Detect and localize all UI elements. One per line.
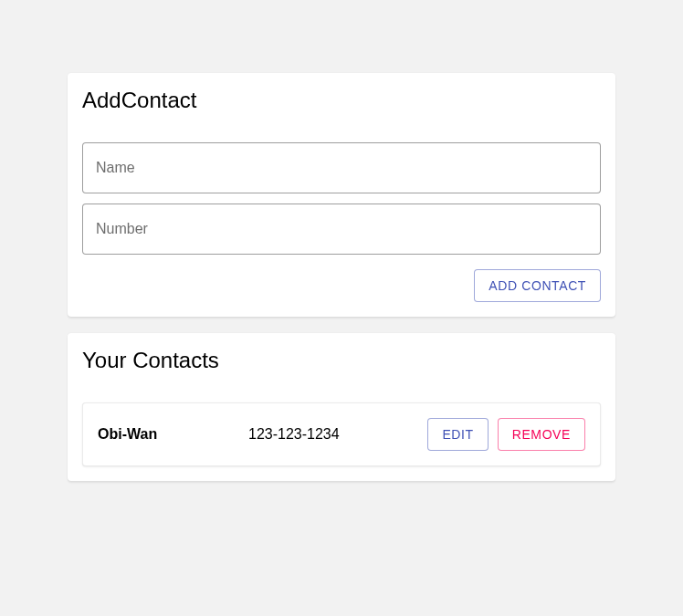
add-contact-title: AddContact [82,88,601,113]
add-contact-button[interactable]: Add Contact [474,269,601,302]
number-input-wrapper [82,204,601,255]
name-input[interactable] [82,142,601,193]
number-input[interactable] [82,204,601,255]
contacts-card: Your Contacts Obi-Wan 123-123-1234 Edit … [68,333,615,481]
contact-item: Obi-Wan 123-123-1234 Edit Remove [82,402,601,466]
contact-actions: Edit Remove [427,418,585,451]
contacts-title: Your Contacts [82,348,601,373]
contact-name: Obi-Wan [98,426,248,443]
edit-button[interactable]: Edit [427,418,488,451]
contacts-list: Obi-Wan 123-123-1234 Edit Remove [82,402,601,466]
contact-number: 123-123-1234 [248,426,427,443]
add-contact-card: AddContact Add Contact [68,73,615,317]
remove-button[interactable]: Remove [498,418,585,451]
add-contact-actions: Add Contact [82,269,601,302]
name-input-wrapper [82,142,601,193]
